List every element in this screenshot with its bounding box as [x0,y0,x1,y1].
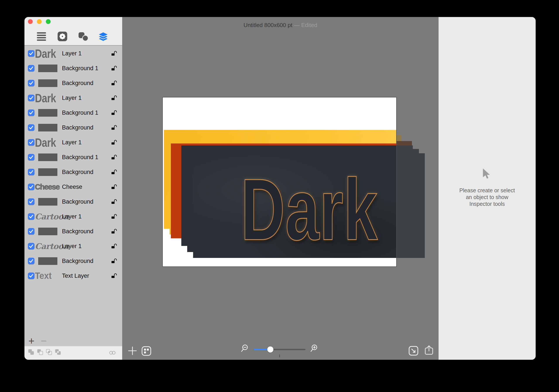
sidebar-header [24,17,122,45]
zoom-slider-center-tick [279,355,280,357]
subtract-icon[interactable] [37,349,43,356]
layer-row[interactable]: Background [24,254,122,268]
layer-visibility-checkbox[interactable] [28,109,35,116]
artboards-icon[interactable] [141,346,151,356]
layer-name: Background [62,254,93,268]
intersect-icon[interactable] [46,349,52,356]
layer-thumbnail [35,254,62,268]
layer-thumbnail: Cheese [35,179,62,194]
layer-name: Background 1 [62,105,98,120]
layer-visibility-checkbox[interactable] [28,228,35,235]
layer-row[interactable]: Background [24,164,122,179]
layer-thumbnail [35,61,62,76]
layer-row[interactable]: Dark Layer 1 [24,135,122,150]
document-name: Untitled 800x600 pt [243,22,292,28]
layer-row[interactable]: Dark Layer 1 [24,46,122,61]
layer-visibility-checkbox[interactable] [28,198,35,205]
layer-thumbnail: Dark [35,91,56,105]
close-icon[interactable] [28,19,33,24]
layer-name: Layer 1 [62,209,82,224]
artboard-text: Dark [241,166,377,253]
layer-thumbnail [35,76,62,91]
cursor-icon [482,168,491,181]
layer-visibility-checkbox[interactable] [28,213,35,220]
layer-row[interactable]: Background 1 [24,150,122,164]
layer-visibility-checkbox[interactable] [28,258,35,264]
unlock-icon[interactable] [111,228,117,235]
layer-row[interactable]: Cartoon Layer 1 [24,209,122,224]
share-icon[interactable] [424,345,434,356]
overhang-yellow-layer [396,135,401,141]
layer-visibility-checkbox[interactable] [28,273,35,279]
layer-row[interactable]: Background [24,194,122,209]
dark-background-layer-3: Dark [193,153,396,258]
unlock-icon[interactable] [111,258,117,264]
layer-name: Background [62,194,93,209]
link-icon[interactable] [109,350,116,356]
layer-name: Layer 1 [62,91,82,105]
layers-panel: Dark Layer 1 Background 1 [24,17,122,360]
unlock-icon[interactable] [111,213,117,220]
layer-row[interactable]: Background 1 [24,61,122,76]
inspector-panel: Please create or select an object to sho… [438,17,536,360]
layer-visibility-checkbox[interactable] [28,243,35,249]
union-icon[interactable] [28,349,34,356]
remove-layer-button[interactable]: − [41,336,47,346]
unlock-icon[interactable] [111,243,117,249]
layer-visibility-checkbox[interactable] [28,124,35,131]
layer-visibility-checkbox[interactable] [28,95,35,101]
unlock-icon[interactable] [111,65,117,72]
unlock-icon[interactable] [111,154,117,160]
add-layer-button[interactable]: + [28,336,35,346]
unlock-icon[interactable] [111,139,117,146]
boolean-ops-bar [24,346,122,360]
zoom-slider[interactable] [254,347,306,357]
layer-visibility-checkbox[interactable] [28,154,35,160]
unlock-icon[interactable] [111,183,117,190]
minimize-icon[interactable] [37,19,42,24]
layer-row[interactable]: Dark Layer 1 [24,91,122,105]
layer-row[interactable]: Background 1 [24,105,122,120]
zoom-slider-knob[interactable] [267,346,273,353]
unlock-icon[interactable] [111,124,117,131]
layer-row[interactable]: Background [24,224,122,239]
unlock-icon[interactable] [111,273,117,279]
artboard[interactable]: Dark [163,98,396,266]
layer-add-remove: + − [28,336,47,346]
layer-visibility-checkbox[interactable] [28,183,35,190]
add-artboard-icon[interactable] [127,346,138,356]
gear-icon[interactable] [57,31,67,42]
shapes-icon[interactable] [78,32,89,43]
zoom-icon[interactable] [46,19,51,24]
zoom-in-icon[interactable] [308,344,319,354]
layer-visibility-checkbox[interactable] [28,169,35,175]
layer-visibility-checkbox[interactable] [28,65,35,72]
layer-thumbnail [35,224,62,239]
unlock-icon[interactable] [111,50,117,57]
inspector-message-line: an object to show [438,194,536,201]
unlock-icon[interactable] [111,80,117,86]
unlock-icon[interactable] [111,169,117,175]
exclude-icon[interactable] [55,349,61,356]
list-icon[interactable] [37,32,46,42]
layer-row[interactable]: Background [24,76,122,91]
layer-thumbnail: Text [35,268,60,283]
layer-thumbnail: Cartoon [35,209,62,224]
layer-visibility-checkbox[interactable] [28,80,35,86]
layer-row[interactable]: Text Text Layer [24,268,122,283]
layers-icon[interactable] [98,32,109,43]
layer-visibility-checkbox[interactable] [28,139,35,146]
layer-row[interactable]: Cheese Cheese [24,179,122,194]
layer-name: Layer 1 [62,46,82,61]
resize-icon[interactable] [409,346,419,356]
unlock-icon[interactable] [111,198,117,205]
layer-row[interactable]: Background [24,120,122,135]
layer-thumbnail [35,105,62,120]
unlock-icon[interactable] [111,109,117,116]
unlock-icon[interactable] [111,95,117,101]
layer-row[interactable]: Cartoon Layer 1 [24,239,122,254]
layer-name: Background [62,224,93,239]
zoom-out-icon[interactable] [241,344,251,354]
canvas-pane[interactable]: Untitled 800x600 pt — Edited Dark [122,17,438,360]
layer-visibility-checkbox[interactable] [28,50,35,57]
